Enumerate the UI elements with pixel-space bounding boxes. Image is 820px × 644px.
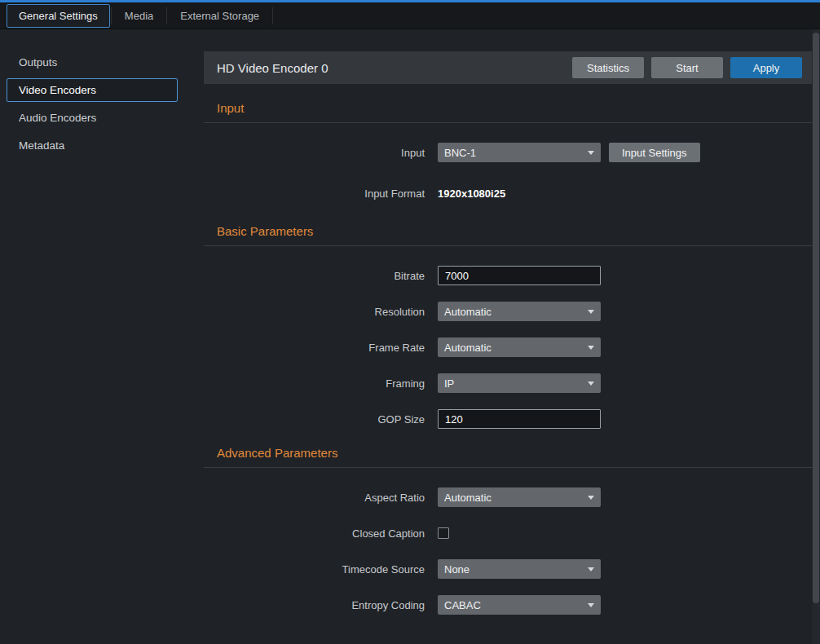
timecode-source-dropdown-value: None xyxy=(444,563,470,576)
section-title-advanced-parameters: Advanced Parameters xyxy=(217,446,812,460)
gop-size-input[interactable] xyxy=(438,409,601,429)
form-row-framing: Framing IP xyxy=(204,373,812,393)
framing-dropdown-value: IP xyxy=(444,377,454,390)
chevron-down-icon xyxy=(588,496,594,500)
section-input: Input Input BNC-1 Input Settings Input F… xyxy=(204,101,812,203)
entropy-coding-dropdown-value: CABAC xyxy=(444,599,481,611)
tab-separator xyxy=(272,7,273,24)
framing-dropdown[interactable]: IP xyxy=(438,373,601,393)
input-settings-button[interactable]: Input Settings xyxy=(609,143,700,162)
form-row-input-format: Input Format 1920x1080i25 xyxy=(204,183,812,203)
resolution-dropdown-value: Automatic xyxy=(444,306,492,318)
entropy-coding-dropdown[interactable]: CABAC xyxy=(438,595,601,615)
frame-rate-dropdown-value: Automatic xyxy=(444,342,492,354)
resolution-label: Resolution xyxy=(204,306,438,318)
section-title-basic-parameters: Basic Parameters xyxy=(217,224,812,238)
framing-label: Framing xyxy=(204,377,438,390)
input-dropdown[interactable]: BNC-1 xyxy=(438,143,601,162)
entropy-coding-label: Entropy Coding xyxy=(204,599,438,611)
bitrate-label: Bitrate xyxy=(204,270,438,282)
section-basic-parameters: Basic Parameters Bitrate Resolution Auto… xyxy=(204,224,812,429)
section-advanced-parameters: Advanced Parameters Aspect Ratio Automat… xyxy=(204,446,812,615)
form-row-aspect-ratio: Aspect Ratio Automatic xyxy=(204,487,812,507)
form-row-bitrate: Bitrate xyxy=(204,266,812,285)
form-row-entropy-coding: Entropy Coding CABAC xyxy=(204,595,812,615)
timecode-source-label: Timecode Source xyxy=(204,563,438,576)
vertical-scrollbar[interactable] xyxy=(812,29,820,644)
sidebar-item-audio-encoders[interactable]: Audio Encoders xyxy=(7,106,178,130)
closed-caption-checkbox[interactable] xyxy=(438,527,449,539)
tab-general-settings[interactable]: General Settings xyxy=(7,4,110,28)
bitrate-input[interactable] xyxy=(438,266,601,285)
chevron-down-icon xyxy=(588,567,594,571)
input-format-label: Input Format xyxy=(204,187,438,200)
form-row-gop-size: GOP Size xyxy=(204,409,812,429)
chevron-down-icon xyxy=(588,310,594,314)
tab-media[interactable]: Media xyxy=(112,4,165,28)
content-area: HD Video Encoder 0 Statistics Start Appl… xyxy=(204,29,812,644)
main-layout: Outputs Video Encoders Audio Encoders Me… xyxy=(0,29,820,644)
encoder-header: HD Video Encoder 0 Statistics Start Appl… xyxy=(204,51,812,84)
statistics-button[interactable]: Statistics xyxy=(572,57,644,78)
sidebar: Outputs Video Encoders Audio Encoders Me… xyxy=(0,29,196,644)
input-dropdown-value: BNC-1 xyxy=(444,147,476,159)
gop-size-label: GOP Size xyxy=(204,413,438,426)
aspect-ratio-dropdown[interactable]: Automatic xyxy=(438,487,601,507)
tab-external-storage[interactable]: External Storage xyxy=(168,4,271,28)
closed-caption-label: Closed Caption xyxy=(204,527,438,540)
input-label: Input xyxy=(204,147,438,159)
timecode-source-dropdown[interactable]: None xyxy=(438,559,601,579)
sidebar-item-metadata[interactable]: Metadata xyxy=(7,134,178,157)
aspect-ratio-label: Aspect Ratio xyxy=(204,492,438,504)
sidebar-item-outputs[interactable]: Outputs xyxy=(7,51,178,74)
frame-rate-dropdown[interactable]: Automatic xyxy=(438,337,601,357)
form-row-frame-rate: Frame Rate Automatic xyxy=(204,337,812,357)
section-title-input: Input xyxy=(217,101,812,115)
page-title: HD Video Encoder 0 xyxy=(217,61,565,75)
tab-separator xyxy=(166,7,167,24)
aspect-ratio-dropdown-value: Automatic xyxy=(444,492,492,504)
tab-separator xyxy=(111,7,112,24)
form-row-timecode-source: Timecode Source None xyxy=(204,559,812,579)
chevron-down-icon xyxy=(588,151,594,155)
form-row-resolution: Resolution Automatic xyxy=(204,302,812,321)
scrollbar-thumb[interactable] xyxy=(813,33,819,603)
input-format-value: 1920x1080i25 xyxy=(438,187,505,200)
form-row-closed-caption: Closed Caption xyxy=(204,523,812,543)
start-button[interactable]: Start xyxy=(651,57,723,78)
sidebar-item-video-encoders[interactable]: Video Encoders xyxy=(7,78,178,102)
form-row-input: Input BNC-1 Input Settings xyxy=(204,143,812,162)
top-tab-bar: General Settings Media External Storage xyxy=(0,2,820,29)
chevron-down-icon xyxy=(588,346,594,350)
page: { "colors": { "top_accent": "#2d7fd4", "… xyxy=(0,0,820,644)
resolution-dropdown[interactable]: Automatic xyxy=(438,302,601,321)
chevron-down-icon xyxy=(588,382,594,386)
chevron-down-icon xyxy=(588,603,594,607)
frame-rate-label: Frame Rate xyxy=(204,342,438,354)
apply-button[interactable]: Apply xyxy=(730,57,802,78)
